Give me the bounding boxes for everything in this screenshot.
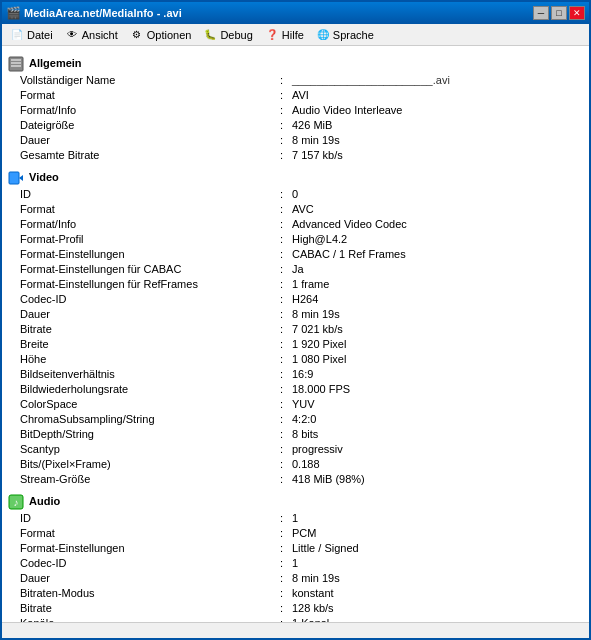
data-row: Scantyp : progressiv bbox=[8, 443, 583, 458]
row-separator: : bbox=[280, 74, 292, 86]
row-separator: : bbox=[280, 428, 292, 440]
row-separator: : bbox=[280, 323, 292, 335]
minimize-button[interactable]: ─ bbox=[533, 6, 549, 20]
row-separator: : bbox=[280, 233, 292, 245]
data-row: Gesamte Bitrate : 7 157 kb/s bbox=[8, 149, 583, 164]
row-key: Scantyp bbox=[20, 443, 280, 455]
row-key: Gesamte Bitrate bbox=[20, 149, 280, 161]
row-value: 426 MiB bbox=[292, 119, 332, 131]
row-separator: : bbox=[280, 104, 292, 116]
row-separator: : bbox=[280, 353, 292, 365]
row-separator: : bbox=[280, 149, 292, 161]
data-row: Bitrate : 7 021 kb/s bbox=[8, 323, 583, 338]
row-value: 7 021 kb/s bbox=[292, 323, 343, 335]
close-button[interactable]: ✕ bbox=[569, 6, 585, 20]
row-key: ChromaSubsampling/String bbox=[20, 413, 280, 425]
row-key: Bildseitenverhältnis bbox=[20, 368, 280, 380]
data-row: Breite : 1 920 Pixel bbox=[8, 338, 583, 353]
data-row: Dateigröße : 426 MiB bbox=[8, 119, 583, 134]
svg-marker-5 bbox=[19, 175, 23, 181]
row-key: Dauer bbox=[20, 572, 280, 584]
row-separator: : bbox=[280, 602, 292, 614]
row-key: Format-Einstellungen bbox=[20, 542, 280, 554]
row-key: Format-Profil bbox=[20, 233, 280, 245]
title-bar-left: 🎬 MediaArea.net/MediaInfo - .avi bbox=[6, 6, 182, 20]
main-scroll[interactable]: AllgemeinVollständiger Name : __________… bbox=[2, 46, 589, 622]
row-value: progressiv bbox=[292, 443, 343, 455]
data-row: ID : 0 bbox=[8, 188, 583, 203]
menu-item-ansicht[interactable]: 👁Ansicht bbox=[59, 24, 124, 45]
row-key: Dateigröße bbox=[20, 119, 280, 131]
row-value: High@L4.2 bbox=[292, 233, 347, 245]
row-value: CABAC / 1 Ref Frames bbox=[292, 248, 406, 260]
row-key: ColorSpace bbox=[20, 398, 280, 410]
row-value: 0.188 bbox=[292, 458, 320, 470]
menu-label-debug: Debug bbox=[220, 29, 252, 41]
row-separator: : bbox=[280, 263, 292, 275]
menu-icon-sprache: 🌐 bbox=[316, 28, 330, 42]
data-row: ColorSpace : YUV bbox=[8, 398, 583, 413]
section-icon-audio: ♪ bbox=[8, 494, 26, 510]
row-key: Codec-ID bbox=[20, 293, 280, 305]
row-key: ID bbox=[20, 188, 280, 200]
menu-item-hilfe[interactable]: ❓Hilfe bbox=[259, 24, 310, 45]
row-value: 7 157 kb/s bbox=[292, 149, 343, 161]
data-row: Format : AVI bbox=[8, 89, 583, 104]
data-row: Format : AVC bbox=[8, 203, 583, 218]
data-row: Format/Info : Advanced Video Codec bbox=[8, 218, 583, 233]
hscrollbar-track bbox=[2, 623, 589, 638]
menu-icon-ansicht: 👁 bbox=[65, 28, 79, 42]
row-separator: : bbox=[280, 413, 292, 425]
section-icon-general bbox=[8, 56, 26, 72]
row-value: 16:9 bbox=[292, 368, 313, 380]
row-value: Ja bbox=[292, 263, 304, 275]
row-separator: : bbox=[280, 248, 292, 260]
row-key: Bitrate bbox=[20, 323, 280, 335]
row-value: Advanced Video Codec bbox=[292, 218, 407, 230]
menu-label-ansicht: Ansicht bbox=[82, 29, 118, 41]
row-key: Format bbox=[20, 89, 280, 101]
menu-label-sprache: Sprache bbox=[333, 29, 374, 41]
data-row: Format : PCM bbox=[8, 527, 583, 542]
section-header-general: Allgemein bbox=[29, 57, 82, 69]
data-row: Codec-ID : 1 bbox=[8, 557, 583, 572]
row-separator: : bbox=[280, 398, 292, 410]
row-value: 1 920 Pixel bbox=[292, 338, 346, 350]
row-separator: : bbox=[280, 134, 292, 146]
row-value: PCM bbox=[292, 527, 316, 539]
data-row: ID : 1 bbox=[8, 512, 583, 527]
row-value: AVC bbox=[292, 203, 314, 215]
svg-text:♪: ♪ bbox=[14, 497, 19, 508]
svg-rect-4 bbox=[9, 172, 19, 184]
row-key: Breite bbox=[20, 338, 280, 350]
data-row: Dauer : 8 min 19s bbox=[8, 308, 583, 323]
window-title: MediaArea.net/MediaInfo - .avi bbox=[24, 7, 182, 19]
row-value: H264 bbox=[292, 293, 318, 305]
data-row: Bildseitenverhältnis : 16:9 bbox=[8, 368, 583, 383]
row-separator: : bbox=[280, 308, 292, 320]
maximize-button[interactable]: □ bbox=[551, 6, 567, 20]
row-key: Format bbox=[20, 203, 280, 215]
data-row: Bits/(Pixel×Frame) : 0.188 bbox=[8, 458, 583, 473]
menu-label-hilfe: Hilfe bbox=[282, 29, 304, 41]
menu-item-debug[interactable]: 🐛Debug bbox=[197, 24, 258, 45]
horizontal-scrollbar[interactable] bbox=[2, 622, 589, 638]
menu-item-datei[interactable]: 📄Datei bbox=[4, 24, 59, 45]
row-key: Höhe bbox=[20, 353, 280, 365]
data-row: Vollständiger Name : ___________________… bbox=[8, 74, 583, 89]
section-header-video: Video bbox=[29, 171, 59, 183]
row-separator: : bbox=[280, 527, 292, 539]
row-key: Format/Info bbox=[20, 104, 280, 116]
row-separator: : bbox=[280, 572, 292, 584]
data-row: Format-Profil : High@L4.2 bbox=[8, 233, 583, 248]
menu-item-optionen[interactable]: ⚙Optionen bbox=[124, 24, 198, 45]
row-value: AVI bbox=[292, 89, 309, 101]
menu-item-sprache[interactable]: 🌐Sprache bbox=[310, 24, 380, 45]
data-row: Format-Einstellungen : CABAC / 1 Ref Fra… bbox=[8, 248, 583, 263]
menu-bar: 📄Datei👁Ansicht⚙Optionen🐛Debug❓Hilfe🌐Spra… bbox=[2, 24, 589, 46]
row-value: Audio Video Interleave bbox=[292, 104, 403, 116]
row-separator: : bbox=[280, 542, 292, 554]
row-key: BitDepth/String bbox=[20, 428, 280, 440]
section-icon-video bbox=[8, 170, 26, 186]
row-key: Format-Einstellungen für RefFrames bbox=[20, 278, 280, 290]
